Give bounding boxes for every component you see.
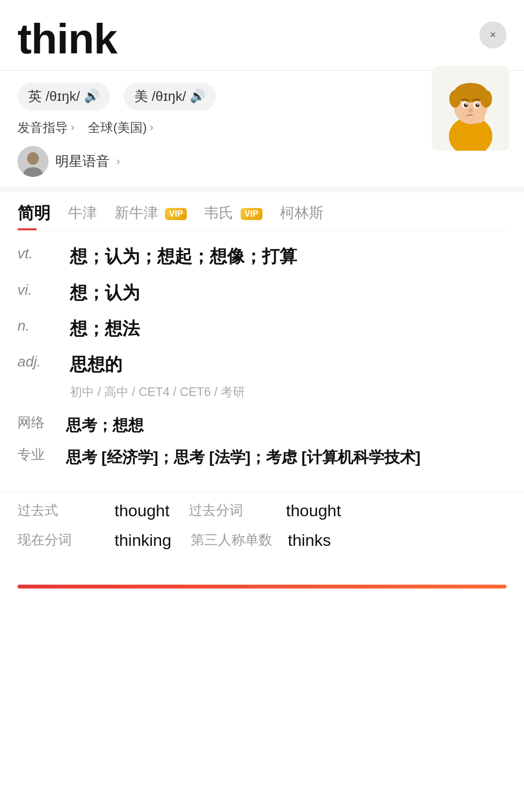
american-label: 美 (134, 87, 148, 106)
network-value: 思考；想想 (66, 414, 507, 437)
kid-illustration (432, 66, 509, 151)
celebrity-row[interactable]: 明星语音 › (17, 146, 507, 177)
header: think × (0, 0, 524, 71)
global-label: 全球(美国) (88, 119, 147, 136)
british-sound-icon: 🔊 (84, 89, 99, 104)
tabs-section: 简明 牛津 新牛津 VIP 韦氏 VIP 柯林斯 (0, 202, 524, 230)
pos-vt: vt. (17, 244, 56, 262)
def-row-adj: adj. 思想的 (17, 352, 507, 377)
british-phonetic-text: /θɪŋk/ (46, 88, 80, 104)
weishi-vip-badge: VIP (241, 208, 262, 220)
svg-point-12 (477, 103, 479, 105)
guidance-label: 发音指导 (17, 119, 68, 136)
professional-row: 专业 思考 [经济学]；思考 [法学]；考虑 [计算机科学技术] (17, 446, 507, 469)
network-label: 网络 (17, 414, 56, 432)
network-row: 网络 思考；想想 (17, 414, 507, 437)
kid-image (432, 66, 509, 151)
american-phonetic[interactable]: 美 /θɪŋk/ 🔊 (124, 82, 216, 111)
conj-past-participle-value: thought (286, 501, 341, 520)
conj-past-participle-label: 过去分词 (189, 501, 286, 520)
conj-past-tense: 过去式 thought 过去分词 thought (17, 501, 507, 520)
conj-third-person-label: 第三人称单数 (191, 531, 288, 549)
level-text: 初中 / 高中 / CET4 / CET6 / 考研 (70, 385, 245, 398)
professional-label: 专业 (17, 446, 56, 464)
section-divider (0, 187, 524, 192)
svg-point-6 (480, 90, 492, 108)
celebrity-label: 明星语音 (55, 152, 110, 171)
svg-point-11 (466, 103, 467, 105)
conj-past-tense-label: 过去式 (17, 501, 115, 520)
level-tags: 初中 / 高中 / CET4 / CET6 / 考研 (70, 384, 507, 400)
professional-value: 思考 [经济学]；思考 [法学]；考虑 [计算机科学技术] (66, 446, 507, 469)
def-row-n: n. 想；想法 (17, 317, 507, 341)
def-vt-meaning: 想；认为；想起；想像；打算 (70, 244, 507, 269)
def-adj-meaning: 思想的 (70, 352, 507, 377)
tab-weishi[interactable]: 韦氏 VIP (204, 203, 262, 229)
close-button[interactable]: × (479, 21, 507, 48)
tab-xin-niujin[interactable]: 新牛津 VIP (115, 203, 187, 229)
celebrity-avatar (17, 146, 49, 177)
pos-adj: adj. (17, 352, 56, 370)
pos-vi: vi. (17, 281, 56, 298)
xin-niujin-vip-badge: VIP (165, 208, 187, 220)
svg-point-13 (468, 109, 473, 112)
definitions-section: vt. 想；认为；想起；想像；打算 vi. 想；认为 n. 想；想法 adj. … (0, 231, 524, 491)
celebrity-arrow-icon: › (116, 155, 120, 168)
word-title: think (17, 16, 117, 63)
svg-point-5 (449, 90, 461, 108)
conj-present-participle: 现在分词 thinking 第三人称单数 thinks (17, 531, 507, 550)
def-vi-meaning: 想；认为 (70, 281, 507, 305)
british-phonetic[interactable]: 英 /θɪŋk/ 🔊 (17, 82, 110, 111)
pos-n: n. (17, 317, 56, 334)
american-sound-icon: 🔊 (190, 89, 205, 104)
conj-past-tense-value: thought (115, 501, 169, 520)
conj-present-participle-label: 现在分词 (17, 531, 115, 549)
pronunciation-section: 英 /θɪŋk/ 🔊 美 /θɪŋk/ 🔊 发音指导 › 全球(美国) › (0, 71, 524, 177)
def-row-vi: vi. 想；认为 (17, 281, 507, 305)
def-row-vt: vt. 想；认为；想起；想像；打算 (17, 244, 507, 269)
american-phonetic-text: /θɪŋk/ (152, 88, 186, 104)
tab-niujin[interactable]: 牛津 (68, 203, 97, 229)
global-chevron-icon: › (150, 121, 153, 134)
def-n-meaning: 想；想法 (70, 317, 507, 341)
tab-jianjian[interactable]: 简明 (17, 202, 50, 230)
global-guidance[interactable]: 全球(美国) › (88, 119, 153, 136)
tabs-row: 简明 牛津 新牛津 VIP 韦氏 VIP 柯林斯 (17, 202, 507, 230)
british-label: 英 (28, 87, 42, 106)
svg-point-16 (27, 152, 39, 165)
conj-present-participle-value: thinking (115, 531, 171, 550)
conjugation-section: 过去式 thought 过去分词 thought 现在分词 thinking 第… (0, 491, 524, 580)
bottom-accent-bar (17, 585, 507, 589)
pronunciation-guidance[interactable]: 发音指导 › (17, 119, 74, 136)
tab-kelins[interactable]: 柯林斯 (280, 203, 324, 229)
conj-third-person-value: thinks (288, 531, 331, 550)
guidance-chevron-icon: › (71, 121, 74, 134)
